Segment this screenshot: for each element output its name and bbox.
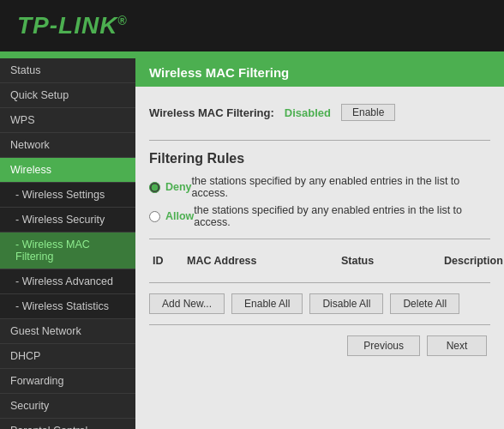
table-header: ID MAC Address Status Description	[149, 250, 490, 272]
content-area: Wireless MAC Filtering Wireless MAC Filt…	[135, 58, 504, 429]
allow-label: Allow	[165, 210, 194, 222]
divider-top	[149, 140, 490, 141]
deny-radio[interactable]	[149, 182, 160, 193]
divider-table	[149, 282, 490, 283]
status-label: Wireless MAC Filtering:	[149, 106, 274, 119]
allow-radio[interactable]	[149, 211, 160, 222]
sidebar-item-wireless-mac-filtering[interactable]: - Wireless MAC Filtering	[0, 233, 135, 269]
green-bar	[0, 51, 504, 58]
deny-label: Deny	[165, 181, 192, 193]
sidebar-item-dhcp[interactable]: DHCP	[0, 344, 135, 369]
sidebar-item-wps[interactable]: WPS	[0, 108, 135, 133]
sidebar-item-wireless-settings[interactable]: - Wireless Settings	[0, 183, 135, 208]
sidebar-item-parental-control[interactable]: Parental Control	[0, 419, 135, 429]
deny-suffix: the stations specified by any enabled en…	[192, 175, 490, 199]
previous-button[interactable]: Previous	[347, 335, 420, 356]
col-mac: MAC Address	[187, 255, 341, 267]
col-description: Description	[444, 255, 503, 267]
logo: TP-LINK®	[17, 12, 128, 39]
content-header: Wireless MAC Filtering	[135, 58, 504, 87]
sidebar-item-status[interactable]: Status	[0, 58, 135, 83]
col-status: Status	[341, 255, 444, 267]
divider-mid	[149, 239, 490, 239]
status-value: Disabled	[285, 106, 331, 119]
deny-radio-row: Deny the stations specified by any enabl…	[149, 175, 490, 199]
allow-suffix: the stations specified by any enabled en…	[194, 204, 490, 228]
sidebar-item-forwarding[interactable]: Forwarding	[0, 369, 135, 394]
add-new-button[interactable]: Add New...	[149, 293, 225, 314]
enable-button[interactable]: Enable	[341, 104, 395, 121]
main-layout: Status Quick Setup WPS Network Wireless …	[0, 58, 504, 429]
logo-text: TP-LINK	[17, 12, 117, 39]
logo-reg: ®	[117, 14, 127, 27]
status-row: Wireless MAC Filtering: Disabled Enable	[149, 100, 490, 124]
allow-radio-row: Allow the stations specified by any enab…	[149, 204, 490, 228]
delete-all-button[interactable]: Delete All	[390, 293, 459, 314]
disable-all-button[interactable]: Disable All	[309, 293, 383, 314]
sidebar-item-wireless-security[interactable]: - Wireless Security	[0, 208, 135, 233]
content-body: Wireless MAC Filtering: Disabled Enable …	[135, 100, 504, 370]
next-button[interactable]: Next	[427, 335, 487, 356]
sidebar-item-quick-setup[interactable]: Quick Setup	[0, 83, 135, 108]
divider-bottom	[149, 324, 490, 325]
sidebar-item-wireless-advanced[interactable]: - Wireless Advanced	[0, 269, 135, 294]
sidebar-item-wireless[interactable]: Wireless	[0, 158, 135, 183]
page-title: Wireless MAC Filtering	[149, 65, 490, 80]
sidebar-item-guest-network[interactable]: Guest Network	[0, 319, 135, 344]
sidebar-item-security[interactable]: Security	[0, 394, 135, 419]
sidebar-item-wireless-statistics[interactable]: - Wireless Statistics	[0, 294, 135, 319]
header: TP-LINK®	[0, 0, 504, 51]
nav-row: Previous Next	[149, 335, 490, 356]
col-id: ID	[153, 255, 187, 267]
action-row: Add New... Enable All Disable All Delete…	[149, 293, 490, 314]
sidebar: Status Quick Setup WPS Network Wireless …	[0, 58, 135, 429]
sidebar-item-network[interactable]: Network	[0, 133, 135, 158]
enable-all-button[interactable]: Enable All	[231, 293, 303, 314]
filtering-rules-title: Filtering Rules	[149, 151, 490, 166]
